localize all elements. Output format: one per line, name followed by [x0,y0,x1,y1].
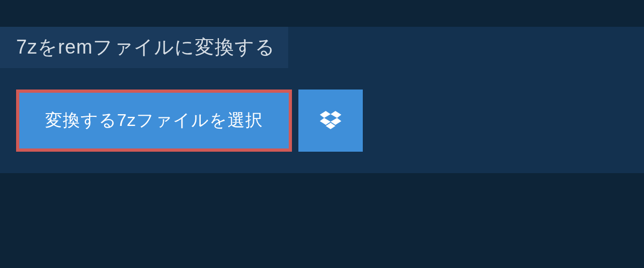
svg-marker-1 [331,111,341,118]
page-title: 7zをremファイルに変換する [16,34,275,61]
svg-marker-0 [320,111,331,118]
heading-wrap: 7zをremファイルに変換する [0,27,288,68]
select-file-button[interactable]: 変換する7zファイルを選択 [16,90,292,152]
dropbox-icon [320,111,341,130]
conversion-panel: 7zをremファイルに変換する 変換する7zファイルを選択 [0,27,644,173]
button-row: 変換する7zファイルを選択 [16,90,644,152]
dropbox-button[interactable] [298,90,363,152]
